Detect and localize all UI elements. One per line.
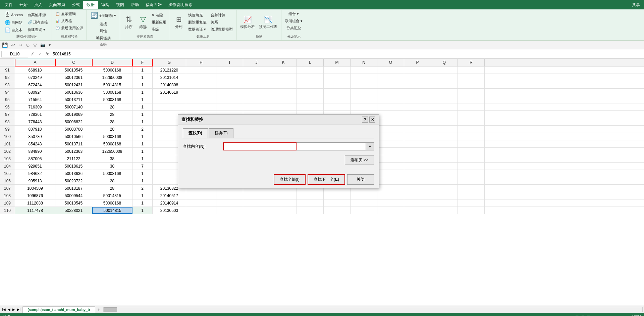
find-content-input[interactable] <box>223 142 297 150</box>
cell-d[interactable]: 28 <box>92 111 132 118</box>
cell-c[interactable]: 50019069 <box>55 111 92 118</box>
cell-g[interactable] <box>153 96 186 103</box>
cell-r[interactable] <box>458 103 485 110</box>
cell-f[interactable]: 1 <box>132 148 153 155</box>
cell-q[interactable] <box>431 126 458 133</box>
cell-r[interactable] <box>458 118 485 125</box>
cell-n[interactable] <box>351 74 377 81</box>
scrollbar-thumb[interactable] <box>104 307 117 312</box>
ribbon-btn-manage-model[interactable]: 管理数据模型 <box>209 26 234 33</box>
cell-m[interactable] <box>324 96 351 103</box>
cell-r[interactable] <box>458 126 485 133</box>
menu-search[interactable]: 操作说明搜索 <box>165 1 196 9</box>
cell-j[interactable] <box>243 66 270 74</box>
cell-n[interactable] <box>351 96 377 103</box>
cell-p[interactable] <box>404 140 431 147</box>
ribbon-btn-data-validate[interactable]: 数据验证 ▾ <box>187 26 208 33</box>
cell-r[interactable] <box>458 81 485 88</box>
ribbon-btn-ungroup[interactable]: 取消组合 ▾ <box>283 18 304 24</box>
cell-c[interactable]: 50012361 <box>55 74 92 81</box>
cell-n[interactable] <box>351 103 377 110</box>
menu-insert[interactable]: 插入 <box>31 1 46 9</box>
cell-j[interactable] <box>243 199 270 207</box>
cell-q[interactable] <box>431 74 458 81</box>
cell-n[interactable] <box>351 192 377 199</box>
cell-c[interactable]: 50010545 <box>55 66 92 74</box>
cell-c[interactable]: 50007140 <box>55 103 92 110</box>
cell-q[interactable] <box>431 163 458 170</box>
cell-c[interactable]: 50009544 <box>55 192 92 199</box>
ribbon-btn-group[interactable]: 组合 ▾ <box>287 11 300 17</box>
ribbon-btn-properties[interactable]: 属性 <box>98 28 108 34</box>
cell-d[interactable]: 50014815 <box>92 81 132 88</box>
cell-g[interactable]: 20121220 <box>153 66 186 74</box>
cell-o[interactable] <box>377 81 404 88</box>
cell-r[interactable] <box>458 192 485 199</box>
cell-l[interactable] <box>297 192 324 199</box>
ribbon-btn-relation[interactable]: 关系 <box>209 19 234 26</box>
dialog-help-button[interactable]: ? <box>362 117 368 123</box>
cell-r[interactable] <box>458 74 485 81</box>
ribbon-btn-subtotal[interactable]: 分类汇总 <box>285 25 303 31</box>
col-header-g[interactable]: G <box>153 59 186 66</box>
scroll-last-icon[interactable]: ▶| <box>16 307 21 312</box>
cell-reference-input[interactable] <box>1 51 28 57</box>
cell-o[interactable] <box>377 96 404 103</box>
cell-p[interactable] <box>404 163 431 170</box>
cell-q[interactable] <box>431 89 458 96</box>
cell-c[interactable]: 50013711 <box>55 140 92 147</box>
menu-layout[interactable]: 页面布局 <box>46 1 68 9</box>
cell-i[interactable] <box>216 96 243 103</box>
add-sheet-button[interactable]: + <box>95 306 102 313</box>
col-header-n[interactable]: N <box>351 59 377 66</box>
ribbon-btn-sort[interactable]: ⇅ 排序 <box>122 14 136 31</box>
cell-l[interactable] <box>297 74 324 81</box>
cell-f[interactable]: 1 <box>132 111 153 118</box>
cell-j[interactable] <box>243 89 270 96</box>
cell-c[interactable]: 50010566 <box>55 133 92 140</box>
cell-g[interactable]: 20140914 <box>153 199 186 207</box>
cell-r[interactable] <box>458 148 485 155</box>
cell-n[interactable] <box>351 199 377 207</box>
ribbon-btn-edit-links[interactable]: 编辑链接 <box>95 35 112 41</box>
col-header-p[interactable]: P <box>404 59 431 66</box>
cell-r[interactable] <box>458 177 485 184</box>
cell-q[interactable] <box>431 177 458 184</box>
cell-k[interactable] <box>270 207 297 214</box>
cell-m[interactable] <box>324 199 351 207</box>
cell-m[interactable] <box>324 207 351 214</box>
cell-d[interactable]: 38 <box>92 155 132 162</box>
cell-q[interactable] <box>431 199 458 207</box>
dialog-close-button[interactable]: ✕ <box>369 117 375 123</box>
cell-d[interactable]: 28 <box>92 126 132 133</box>
cell-d[interactable]: 50008168 <box>92 89 132 96</box>
cell-o[interactable] <box>377 89 404 96</box>
cell-f[interactable]: 1 <box>132 133 153 140</box>
col-header-a[interactable]: A <box>15 59 55 66</box>
col-header-l[interactable]: L <box>297 59 324 66</box>
cell-q[interactable] <box>431 103 458 110</box>
cell-q[interactable] <box>431 118 458 125</box>
menu-formula[interactable]: 公式 <box>68 1 83 9</box>
cell-d[interactable]: 28 <box>92 103 132 110</box>
cell-d[interactable]: 28 <box>92 177 132 184</box>
cell-q[interactable] <box>431 111 458 118</box>
cell-k[interactable] <box>270 103 297 110</box>
cell-q[interactable] <box>431 192 458 199</box>
cell-d[interactable]: 50008168 <box>92 133 132 140</box>
cell-r[interactable] <box>458 155 485 162</box>
scroll-prev-icon[interactable]: ◀ <box>7 307 11 312</box>
cell-a[interactable]: 670249 <box>15 74 55 81</box>
ribbon-btn-website[interactable]: 🌐 自网站 <box>3 19 24 26</box>
cell-q[interactable] <box>431 155 458 162</box>
cell-f[interactable]: 2 <box>132 126 153 133</box>
cell-n[interactable] <box>351 89 377 96</box>
cell-o[interactable] <box>377 148 404 155</box>
cell-h[interactable] <box>186 96 216 103</box>
cell-f[interactable]: 1 <box>132 103 153 110</box>
cell-f[interactable]: 1 <box>132 207 153 214</box>
cell-o[interactable] <box>377 199 404 207</box>
menu-view[interactable]: 视图 <box>113 1 127 9</box>
cell-g[interactable]: 20140308 <box>153 81 186 88</box>
cell-r[interactable] <box>458 133 485 140</box>
